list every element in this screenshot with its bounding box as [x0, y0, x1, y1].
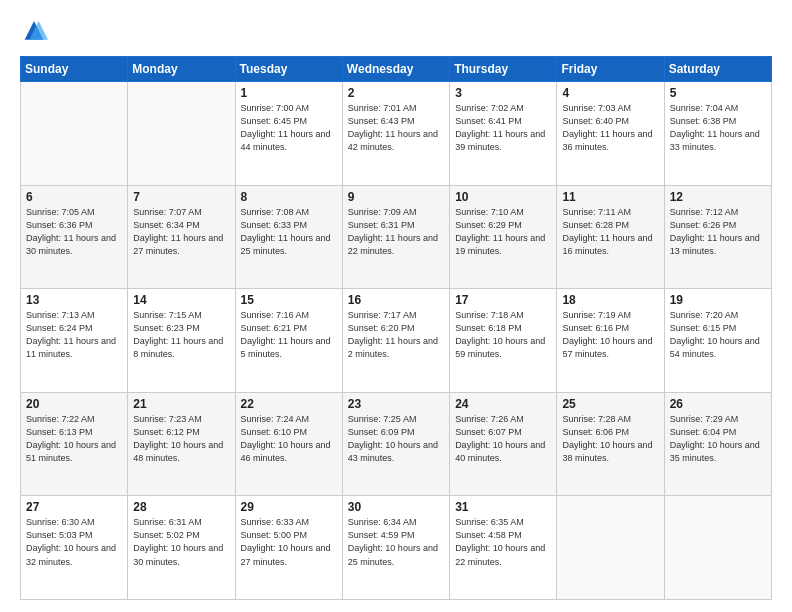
calendar-cell: 6Sunrise: 7:05 AMSunset: 6:36 PMDaylight… — [21, 185, 128, 289]
day-info: Sunrise: 7:18 AMSunset: 6:18 PMDaylight:… — [455, 309, 551, 361]
day-info: Sunrise: 7:13 AMSunset: 6:24 PMDaylight:… — [26, 309, 122, 361]
day-number: 16 — [348, 293, 444, 307]
logo-icon — [20, 18, 48, 46]
calendar-cell: 23Sunrise: 7:25 AMSunset: 6:09 PMDayligh… — [342, 392, 449, 496]
calendar-cell: 3Sunrise: 7:02 AMSunset: 6:41 PMDaylight… — [450, 82, 557, 186]
calendar-cell: 20Sunrise: 7:22 AMSunset: 6:13 PMDayligh… — [21, 392, 128, 496]
day-number: 20 — [26, 397, 122, 411]
day-number: 19 — [670, 293, 766, 307]
calendar-cell — [664, 496, 771, 600]
day-number: 29 — [241, 500, 337, 514]
day-info: Sunrise: 7:23 AMSunset: 6:12 PMDaylight:… — [133, 413, 229, 465]
day-info: Sunrise: 7:28 AMSunset: 6:06 PMDaylight:… — [562, 413, 658, 465]
day-number: 31 — [455, 500, 551, 514]
day-number: 10 — [455, 190, 551, 204]
day-info: Sunrise: 7:00 AMSunset: 6:45 PMDaylight:… — [241, 102, 337, 154]
calendar-cell: 1Sunrise: 7:00 AMSunset: 6:45 PMDaylight… — [235, 82, 342, 186]
col-header-wednesday: Wednesday — [342, 57, 449, 82]
day-number: 17 — [455, 293, 551, 307]
day-number: 15 — [241, 293, 337, 307]
calendar-cell: 15Sunrise: 7:16 AMSunset: 6:21 PMDayligh… — [235, 289, 342, 393]
calendar-cell: 18Sunrise: 7:19 AMSunset: 6:16 PMDayligh… — [557, 289, 664, 393]
calendar-cell: 24Sunrise: 7:26 AMSunset: 6:07 PMDayligh… — [450, 392, 557, 496]
day-number: 28 — [133, 500, 229, 514]
day-number: 18 — [562, 293, 658, 307]
calendar-cell: 28Sunrise: 6:31 AMSunset: 5:02 PMDayligh… — [128, 496, 235, 600]
day-info: Sunrise: 7:02 AMSunset: 6:41 PMDaylight:… — [455, 102, 551, 154]
calendar-cell: 2Sunrise: 7:01 AMSunset: 6:43 PMDaylight… — [342, 82, 449, 186]
day-number: 5 — [670, 86, 766, 100]
calendar-cell: 25Sunrise: 7:28 AMSunset: 6:06 PMDayligh… — [557, 392, 664, 496]
calendar-cell — [557, 496, 664, 600]
day-info: Sunrise: 7:25 AMSunset: 6:09 PMDaylight:… — [348, 413, 444, 465]
calendar-cell — [128, 82, 235, 186]
day-info: Sunrise: 6:31 AMSunset: 5:02 PMDaylight:… — [133, 516, 229, 568]
day-info: Sunrise: 7:03 AMSunset: 6:40 PMDaylight:… — [562, 102, 658, 154]
col-header-sunday: Sunday — [21, 57, 128, 82]
calendar-week-4: 20Sunrise: 7:22 AMSunset: 6:13 PMDayligh… — [21, 392, 772, 496]
day-number: 9 — [348, 190, 444, 204]
day-info: Sunrise: 7:19 AMSunset: 6:16 PMDaylight:… — [562, 309, 658, 361]
day-number: 22 — [241, 397, 337, 411]
day-info: Sunrise: 7:01 AMSunset: 6:43 PMDaylight:… — [348, 102, 444, 154]
calendar-cell: 5Sunrise: 7:04 AMSunset: 6:38 PMDaylight… — [664, 82, 771, 186]
calendar-cell: 19Sunrise: 7:20 AMSunset: 6:15 PMDayligh… — [664, 289, 771, 393]
calendar-cell: 13Sunrise: 7:13 AMSunset: 6:24 PMDayligh… — [21, 289, 128, 393]
day-info: Sunrise: 7:20 AMSunset: 6:15 PMDaylight:… — [670, 309, 766, 361]
day-info: Sunrise: 7:10 AMSunset: 6:29 PMDaylight:… — [455, 206, 551, 258]
col-header-saturday: Saturday — [664, 57, 771, 82]
calendar-week-3: 13Sunrise: 7:13 AMSunset: 6:24 PMDayligh… — [21, 289, 772, 393]
calendar-cell: 14Sunrise: 7:15 AMSunset: 6:23 PMDayligh… — [128, 289, 235, 393]
calendar-cell: 16Sunrise: 7:17 AMSunset: 6:20 PMDayligh… — [342, 289, 449, 393]
day-info: Sunrise: 7:26 AMSunset: 6:07 PMDaylight:… — [455, 413, 551, 465]
day-info: Sunrise: 7:17 AMSunset: 6:20 PMDaylight:… — [348, 309, 444, 361]
day-number: 6 — [26, 190, 122, 204]
calendar-header-row: SundayMondayTuesdayWednesdayThursdayFrid… — [21, 57, 772, 82]
calendar-cell: 4Sunrise: 7:03 AMSunset: 6:40 PMDaylight… — [557, 82, 664, 186]
day-info: Sunrise: 7:12 AMSunset: 6:26 PMDaylight:… — [670, 206, 766, 258]
calendar-cell: 9Sunrise: 7:09 AMSunset: 6:31 PMDaylight… — [342, 185, 449, 289]
day-number: 12 — [670, 190, 766, 204]
day-number: 4 — [562, 86, 658, 100]
day-info: Sunrise: 6:34 AMSunset: 4:59 PMDaylight:… — [348, 516, 444, 568]
day-info: Sunrise: 7:22 AMSunset: 6:13 PMDaylight:… — [26, 413, 122, 465]
col-header-monday: Monday — [128, 57, 235, 82]
calendar-cell: 12Sunrise: 7:12 AMSunset: 6:26 PMDayligh… — [664, 185, 771, 289]
col-header-tuesday: Tuesday — [235, 57, 342, 82]
page-header — [20, 18, 772, 46]
calendar-cell: 30Sunrise: 6:34 AMSunset: 4:59 PMDayligh… — [342, 496, 449, 600]
calendar-cell: 29Sunrise: 6:33 AMSunset: 5:00 PMDayligh… — [235, 496, 342, 600]
day-number: 14 — [133, 293, 229, 307]
day-number: 30 — [348, 500, 444, 514]
day-number: 21 — [133, 397, 229, 411]
calendar-cell: 11Sunrise: 7:11 AMSunset: 6:28 PMDayligh… — [557, 185, 664, 289]
day-info: Sunrise: 7:09 AMSunset: 6:31 PMDaylight:… — [348, 206, 444, 258]
day-info: Sunrise: 7:05 AMSunset: 6:36 PMDaylight:… — [26, 206, 122, 258]
calendar-week-5: 27Sunrise: 6:30 AMSunset: 5:03 PMDayligh… — [21, 496, 772, 600]
calendar-cell: 27Sunrise: 6:30 AMSunset: 5:03 PMDayligh… — [21, 496, 128, 600]
calendar-cell: 8Sunrise: 7:08 AMSunset: 6:33 PMDaylight… — [235, 185, 342, 289]
day-info: Sunrise: 6:33 AMSunset: 5:00 PMDaylight:… — [241, 516, 337, 568]
day-number: 25 — [562, 397, 658, 411]
day-number: 24 — [455, 397, 551, 411]
calendar-cell: 17Sunrise: 7:18 AMSunset: 6:18 PMDayligh… — [450, 289, 557, 393]
day-info: Sunrise: 7:15 AMSunset: 6:23 PMDaylight:… — [133, 309, 229, 361]
day-number: 1 — [241, 86, 337, 100]
calendar-cell: 7Sunrise: 7:07 AMSunset: 6:34 PMDaylight… — [128, 185, 235, 289]
calendar-table: SundayMondayTuesdayWednesdayThursdayFrid… — [20, 56, 772, 600]
day-info: Sunrise: 7:07 AMSunset: 6:34 PMDaylight:… — [133, 206, 229, 258]
calendar-cell: 22Sunrise: 7:24 AMSunset: 6:10 PMDayligh… — [235, 392, 342, 496]
day-number: 8 — [241, 190, 337, 204]
day-info: Sunrise: 7:04 AMSunset: 6:38 PMDaylight:… — [670, 102, 766, 154]
day-info: Sunrise: 6:35 AMSunset: 4:58 PMDaylight:… — [455, 516, 551, 568]
day-info: Sunrise: 7:24 AMSunset: 6:10 PMDaylight:… — [241, 413, 337, 465]
logo — [20, 18, 52, 46]
calendar-cell: 31Sunrise: 6:35 AMSunset: 4:58 PMDayligh… — [450, 496, 557, 600]
day-info: Sunrise: 7:16 AMSunset: 6:21 PMDaylight:… — [241, 309, 337, 361]
col-header-thursday: Thursday — [450, 57, 557, 82]
day-number: 23 — [348, 397, 444, 411]
day-number: 7 — [133, 190, 229, 204]
calendar-cell: 21Sunrise: 7:23 AMSunset: 6:12 PMDayligh… — [128, 392, 235, 496]
col-header-friday: Friday — [557, 57, 664, 82]
calendar-cell: 10Sunrise: 7:10 AMSunset: 6:29 PMDayligh… — [450, 185, 557, 289]
